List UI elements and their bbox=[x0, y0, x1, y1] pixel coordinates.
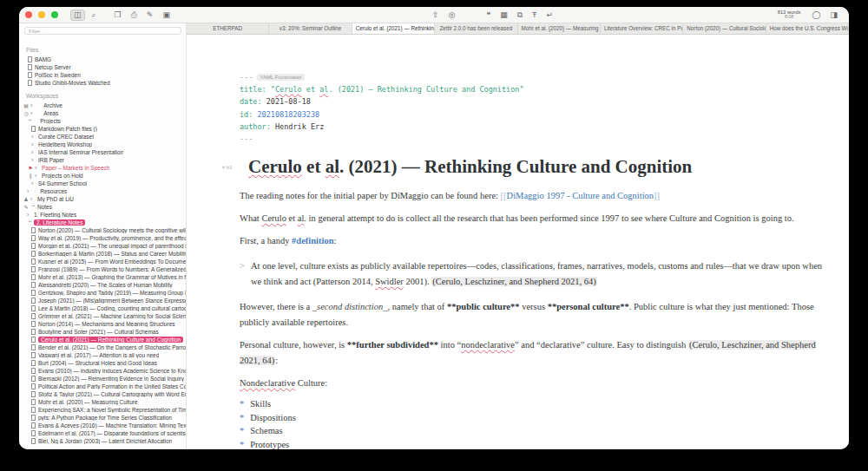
file-item[interactable]: Edelmann et al. (2017) — Disparate found… bbox=[19, 429, 186, 437]
file-item[interactable]: Burt (2004) — Structural Holes and Good … bbox=[19, 359, 186, 367]
chevron-down-icon: › bbox=[26, 119, 34, 124]
tree-item[interactable]: ›2. Literature Notes bbox=[19, 219, 186, 226]
files-section-label: Files bbox=[26, 47, 186, 53]
tree-item[interactable]: ◷›__Areas bbox=[19, 109, 186, 117]
file-item[interactable]: Biernacki (2012) — Reinventing Evidence … bbox=[19, 375, 186, 383]
file-item[interactable]: Boutyline and Soter (2021) — Cultural Sc… bbox=[19, 328, 186, 336]
document-tab[interactable]: Mohr et al. (2020) — Measuring Cultu bbox=[518, 23, 601, 34]
chevron-right-icon: › bbox=[31, 148, 36, 156]
document-tab[interactable]: Cerulo et al. (2021) — Rethinking Cult… bbox=[352, 23, 435, 34]
tree-item[interactable]: ›IAS Internal Seminar Presentation bbox=[19, 148, 186, 156]
insert-footnote-icon[interactable]: ↵ bbox=[544, 10, 556, 21]
tree-item[interactable]: ∥›Projects on Hold bbox=[19, 172, 186, 180]
document-icon bbox=[31, 376, 36, 382]
file-item[interactable]: Netcup Server bbox=[19, 63, 186, 71]
file-item[interactable]: Cerulo et al. (2021) — Rethinking Cultur… bbox=[19, 336, 186, 343]
trash-icon[interactable]: ▣ bbox=[160, 10, 173, 21]
file-item[interactable]: Evans & Aceves (2016) — Machine Translat… bbox=[19, 422, 186, 429]
chevron-right-icon: › bbox=[31, 141, 36, 148]
file-item[interactable]: Gentzkow, Shapiro and Taddy (2019) — Mea… bbox=[19, 289, 186, 297]
tree-item[interactable]: ›1. Fleeting Notes bbox=[19, 211, 186, 219]
document-tab[interactable]: Zettlr 2.0.0 has been released bbox=[435, 23, 517, 34]
document-tab[interactable]: Literature Overview: CREC in Political I bbox=[601, 23, 683, 34]
document-icon bbox=[31, 438, 36, 444]
tree-item[interactable]: ›S4 Summer School bbox=[19, 180, 186, 187]
document-tab[interactable]: v3: 20%: Seminar Outline bbox=[269, 23, 352, 34]
sidebar-toggle-icon[interactable]: ◨ bbox=[827, 10, 840, 21]
tree-item[interactable]: ›__Projects bbox=[19, 117, 186, 125]
tree-item[interactable]: ›__Resources bbox=[19, 187, 186, 195]
text-format-icon[interactable]: Ŧ bbox=[529, 10, 540, 21]
file-item[interactable]: Kusner et al (2015) — From Word Embeddin… bbox=[19, 258, 186, 265]
hashtag[interactable]: #definition bbox=[292, 236, 333, 245]
file-item[interactable]: Lee & Martin (2018) — Coding, counting a… bbox=[19, 304, 186, 312]
file-item[interactable]: Markdown Patch files () bbox=[19, 125, 186, 133]
file-item[interactable]: Franzosi (1989) — From Words to Numbers:… bbox=[19, 265, 186, 273]
file-manager-toggle-icon[interactable]: ◫ bbox=[70, 10, 85, 21]
file-item[interactable]: Experiencing SAX: a Novel Symbolic Repre… bbox=[19, 406, 186, 414]
tree-item[interactable]: ✎›Notes bbox=[19, 203, 186, 211]
wikilink[interactable]: DiMaggio 1997 - Culture and Cognition bbox=[507, 191, 654, 200]
file-item[interactable]: Borkenhagen & Martin (2018) — Status and… bbox=[19, 250, 186, 258]
file-item[interactable]: Morgan et al. (2021) — The unequal impac… bbox=[19, 242, 186, 250]
file-item[interactable]: Way et al. (2019) — Productivity, promin… bbox=[19, 234, 186, 242]
file-item[interactable]: Mohr et al. (2013) — Graphing the Gramma… bbox=[19, 273, 186, 281]
insert-link-icon[interactable]: ⧉ bbox=[515, 10, 525, 21]
markdown-editor[interactable]: ---YAML Frontmatter title: "Cerulo et al… bbox=[187, 35, 849, 449]
file-item[interactable]: Evans (2010) — Industry Induces Academic… bbox=[19, 367, 186, 375]
toolbar: ◫⌕ ❐⎙✎▣ ⇧◎ ❝▦⧉Ŧ↵ 813 words 8:08 ◯◨ bbox=[19, 7, 849, 23]
preview-icon[interactable]: ◎ bbox=[445, 10, 457, 21]
search-icon[interactable]: ⌕ bbox=[89, 10, 99, 21]
file-item[interactable]: Bender et al. (2021) — On the Dangers of… bbox=[19, 343, 186, 351]
tree-item[interactable]: ⚑›Paper – Markets in Speech bbox=[19, 164, 186, 172]
list-bullet-icon: * bbox=[240, 440, 244, 449]
file-item[interactable]: Norton (2014) — Mechanisms and Meaning S… bbox=[19, 320, 186, 328]
text-segment: nondeclarative bbox=[461, 340, 515, 350]
text-segment: Prototypes bbox=[250, 440, 289, 449]
file-item[interactable]: Joseph (2021) — (Mis)alignment Between S… bbox=[19, 297, 186, 304]
open-folder-icon[interactable]: ❐ bbox=[112, 10, 124, 21]
close-window-button[interactable] bbox=[25, 11, 32, 18]
tree-item[interactable]: ♟›My PhD at LiU bbox=[19, 195, 186, 203]
text-segment: , namely that of bbox=[387, 302, 447, 311]
file-item[interactable]: Alessandretti (2020) — The Scales of Hum… bbox=[19, 281, 186, 289]
tree-item[interactable]: ›Heidelberg Workshop bbox=[19, 141, 186, 148]
file-item[interactable]: Mohr et al. (2020) — Measuring Culture bbox=[19, 398, 186, 406]
text-segment: (Cerulo, Leschziner, and Shepherd 2021, … bbox=[431, 277, 597, 286]
heading-collapse-icon[interactable]: ▾ h1 bbox=[222, 164, 233, 170]
comment-icon[interactable]: ❝ bbox=[483, 10, 493, 21]
filter-input[interactable] bbox=[24, 27, 181, 35]
file-item[interactable]: Vaswani et al. (2017) — Attention is all… bbox=[19, 351, 186, 359]
insert-image-icon[interactable]: ▦ bbox=[497, 10, 510, 21]
text-segment: id: bbox=[240, 110, 257, 119]
directory-label: 1. Fleeting Notes bbox=[34, 212, 76, 218]
minimize-window-button[interactable] bbox=[38, 11, 45, 18]
tree-item[interactable]: ›IRB Paper bbox=[19, 156, 186, 164]
text-segment: Personal culture, however, is bbox=[240, 340, 347, 350]
file-label: Evans (2010) — Industry Induces Academic… bbox=[38, 368, 186, 374]
pomodoro-icon[interactable]: ◯ bbox=[809, 10, 823, 21]
blockquote: >At one level, culture exists as publicl… bbox=[240, 258, 823, 290]
zoom-window-button[interactable] bbox=[51, 11, 58, 18]
file-item[interactable]: pyts: A Python Package for Time Series C… bbox=[19, 414, 186, 422]
save-icon[interactable]: ⎙ bbox=[128, 10, 140, 21]
tree-item[interactable]: ▤›__Archive bbox=[19, 101, 186, 109]
document-tab[interactable]: How does the U.S. Congress Work? bbox=[766, 23, 849, 34]
edit-pen-icon[interactable]: ✎ bbox=[144, 10, 156, 21]
export-icon[interactable]: ⇧ bbox=[430, 10, 442, 21]
document-tab[interactable]: ETHERPAD bbox=[187, 23, 269, 34]
tree-item[interactable]: ›Curate CREC Dataset bbox=[19, 133, 186, 141]
file-item[interactable]: Studio Ghibli-Movies Watched bbox=[19, 79, 186, 87]
file-item[interactable]: Grimmer et al. (2021) — Machine Learning… bbox=[19, 312, 186, 320]
file-item[interactable]: Stoltz & Taylor (2021) — Cultural Cartog… bbox=[19, 390, 186, 398]
document-tab[interactable]: Norton (2020) — Cultural Sociology in bbox=[683, 23, 766, 34]
file-item[interactable]: Norton (2020) — Cultural Sociology meets… bbox=[19, 226, 186, 234]
text-segment: Cerulo bbox=[275, 85, 302, 94]
file-item[interactable]: Political Action and Party Formation in … bbox=[19, 383, 186, 390]
file-item[interactable]: BAMG bbox=[19, 56, 186, 63]
document-icon bbox=[31, 399, 36, 405]
file-item[interactable]: Blei, Ng & Jordan (2003) — Latent Dirich… bbox=[19, 437, 186, 445]
text-segment: _second distinction_ bbox=[312, 302, 388, 311]
file-label: Edelmann et al. (2017) — Disparate found… bbox=[38, 430, 186, 436]
file-item[interactable]: PolSoc in Sweden bbox=[19, 71, 186, 79]
